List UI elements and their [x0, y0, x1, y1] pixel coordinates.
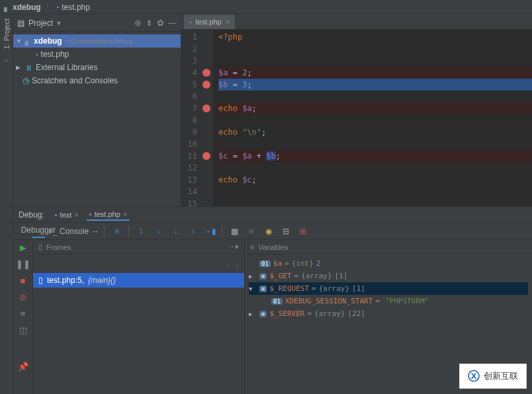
dropdown-icon[interactable]: ▾: [57, 19, 61, 28]
watch-icon[interactable]: ◉: [262, 225, 275, 238]
debug-side-toolbar: ▶ ❚❚ ■ ⊘ ≡ ◫ 📌: [13, 240, 33, 394]
frames-icon: ▯: [38, 243, 42, 251]
breadcrumb-file[interactable]: test.php: [62, 3, 90, 12]
debug-panel: Debug: ▪ test ×▪ test.php × Debugger ▸_ …: [13, 206, 532, 394]
editor-body[interactable]: 123456789101112131415 <?php$a = 2;$b = 3…: [181, 30, 532, 210]
folder-icon: ▖: [25, 36, 31, 46]
tree-scratches[interactable]: ◷ Scratches and Consoles: [13, 74, 181, 87]
chevron-right-icon: 〉: [45, 1, 53, 13]
php-file-icon: ▪: [189, 19, 192, 26]
vars-icon: ≡: [250, 243, 254, 251]
variable-row[interactable]: 01 XDEBUG_SESSION_START = "PHPSTORM": [249, 295, 528, 307]
expand-icon[interactable]: ▼: [16, 38, 22, 44]
thread-selector[interactable]: →▾: [228, 243, 239, 251]
editor-tab[interactable]: ▪ test.php ×: [184, 15, 235, 29]
tree-external-libs[interactable]: ▶ ⫼ External Libraries: [13, 61, 181, 74]
breakpoint-icon[interactable]: [202, 81, 210, 89]
project-panel: ▤ Project ▾ ⊕ ⇟ ✿ — ▼ ▖ xdebug ~/Downloa…: [13, 15, 181, 206]
breadcrumb-project[interactable]: xdebug: [13, 3, 41, 12]
expand-icon[interactable]: ▶: [16, 64, 22, 71]
breakpoint-icon[interactable]: [202, 69, 210, 77]
close-icon[interactable]: ×: [123, 210, 127, 218]
evaluate-icon[interactable]: ▦: [228, 225, 241, 238]
debug-toolbar: Debugger ▸_ Console → ≡ ⤵ ↓ ↓ ↑ →▮ ▦ ≋ ◉…: [13, 223, 532, 240]
scratch-icon: ◷: [22, 76, 29, 85]
step-over-icon[interactable]: ≡: [110, 225, 123, 238]
layout-icon[interactable]: ◫: [19, 325, 27, 335]
step-into-icon[interactable]: ↓: [152, 225, 165, 238]
debug-session-tab[interactable]: ▪ test ×: [52, 209, 81, 221]
debug-label: Debug:: [19, 210, 44, 219]
tree-root[interactable]: ▼ ▖ xdebug ~/Downloads/xdebug: [13, 34, 181, 48]
library-icon: ⫼: [25, 63, 33, 72]
project-tree: ▼ ▖ xdebug ~/Downloads/xdebug ▪ test.php…: [13, 32, 181, 90]
console-tab[interactable]: ▸_ Console →: [49, 225, 99, 238]
frames-title: Frames: [46, 243, 71, 251]
force-step-icon[interactable]: ↓: [169, 225, 182, 238]
locate-icon[interactable]: ⊕: [134, 18, 142, 28]
logo-icon: ⓧ: [468, 368, 480, 384]
project-panel-header: ▤ Project ▾ ⊕ ⇟ ✿ —: [13, 15, 181, 32]
editor-panel: ▪ test.php × 123456789101112131415 <?php…: [181, 15, 532, 206]
vars-title: Variables: [258, 243, 288, 251]
php-file-icon: ▪: [57, 3, 60, 11]
php-file-icon: ▪: [36, 51, 38, 58]
editor-tabs: ▪ test.php ×: [181, 15, 532, 30]
collapse-icon[interactable]: ⇟: [146, 18, 153, 28]
add-watch-icon[interactable]: ⊞: [296, 225, 310, 238]
breakpoint-icon[interactable]: [202, 104, 210, 112]
pin-icon[interactable]: 📌: [18, 362, 28, 372]
project-view-icon[interactable]: ▤: [17, 19, 24, 28]
settings-icon[interactable]: ✿: [157, 18, 164, 28]
folder-icon: ▖: [4, 3, 10, 12]
next-frame-icon[interactable]: ↓: [235, 260, 239, 270]
run-to-cursor-icon[interactable]: →▮: [203, 225, 216, 238]
resume-icon[interactable]: ▶: [20, 243, 26, 253]
debug-tabs: Debug: ▪ test ×▪ test.php ×: [13, 207, 532, 223]
step-out-icon[interactable]: ↑: [186, 225, 199, 238]
breakpoint-icon[interactable]: [202, 152, 210, 160]
hide-icon[interactable]: —: [168, 18, 177, 28]
variable-row[interactable]: ▶≡ $_GET = {array} [1]: [249, 270, 528, 282]
mute-bp-icon[interactable]: ⊘: [19, 292, 26, 302]
stop-icon[interactable]: ■: [21, 276, 26, 286]
variable-row[interactable]: ▼≡ $_REQUEST = {array} [1]: [249, 282, 528, 295]
debug-session-tab[interactable]: ▪ test.php ×: [87, 209, 130, 221]
close-icon[interactable]: ×: [226, 18, 230, 26]
tree-file[interactable]: ▪ test.php: [13, 48, 181, 61]
prev-frame-icon[interactable]: ↑: [226, 260, 230, 270]
bookmark-icon[interactable]: ▫: [5, 56, 7, 65]
view-bp-icon[interactable]: ≡: [21, 309, 26, 319]
gutter[interactable]: 123456789101112131415: [181, 30, 213, 210]
project-tool-tab[interactable]: 1: Project: [3, 19, 11, 49]
stack-frame[interactable]: ▯ test.php:5, {main}(): [33, 273, 244, 288]
pause-icon[interactable]: ❚❚: [16, 259, 30, 269]
variable-row[interactable]: ▶≡ $_SERVER = {array} [22]: [249, 307, 528, 320]
close-icon[interactable]: ×: [74, 211, 78, 219]
trace-icon[interactable]: ≋: [245, 225, 258, 238]
sort-icon[interactable]: ⊟: [279, 225, 292, 238]
step-over-icon[interactable]: ⤵: [134, 225, 148, 238]
tool-window-stripe: 1: Project ▫: [0, 15, 13, 394]
frames-panel: ▯ Frames →▾ ↑ ↓ ▯ test.php:5, {main}(): [33, 240, 245, 394]
debugger-tab[interactable]: Debugger: [32, 225, 45, 238]
breadcrumb: ▖ xdebug 〉 ▪ test.php: [0, 0, 532, 15]
watermark: ⓧ 创新互联: [459, 364, 527, 389]
project-view-label[interactable]: Project: [28, 19, 53, 28]
variable-row[interactable]: 01 $a = {int} 2: [249, 257, 528, 270]
frame-icon: ▯: [38, 276, 43, 285]
